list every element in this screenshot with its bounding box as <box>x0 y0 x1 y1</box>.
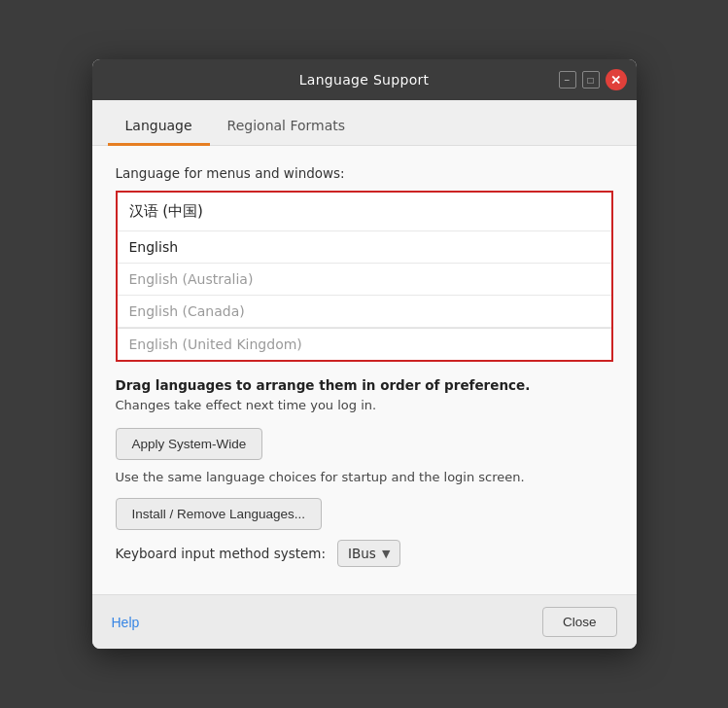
keyboard-method-dropdown[interactable]: IBus ▼ <box>337 540 400 567</box>
close-titlebar-button[interactable]: ✕ <box>606 69 627 90</box>
tab-language[interactable]: Language <box>108 108 210 146</box>
list-item[interactable]: English (Australia) <box>118 264 611 296</box>
footer: Help Close <box>92 594 637 649</box>
install-remove-languages-button[interactable]: Install / Remove Languages... <box>116 498 323 530</box>
maximize-button[interactable]: □ <box>582 71 600 88</box>
drag-hint: Drag languages to arrange them in order … <box>116 375 613 394</box>
list-item[interactable]: English <box>118 231 611 264</box>
drag-hint-bold: Drag languages to arrange them in order … <box>116 377 531 393</box>
tab-bar: Language Regional Formats <box>92 100 637 146</box>
close-button[interactable]: Close <box>542 607 617 637</box>
minimize-button[interactable]: − <box>559 71 576 88</box>
list-item[interactable]: English (Canada) <box>118 296 611 328</box>
language-support-window: Language Support − □ ✕ Language Regional… <box>92 59 637 649</box>
apply-system-wide-button[interactable]: Apply System-Wide <box>116 428 263 460</box>
list-item[interactable]: 汉语 (中国) <box>118 193 611 231</box>
keyboard-method-value: IBus <box>348 546 376 561</box>
main-content: Language for menus and windows: 汉语 (中国) … <box>92 146 637 594</box>
keyboard-label: Keyboard input method system: <box>116 546 327 561</box>
help-button[interactable]: Help <box>112 615 140 630</box>
content-area: Language Regional Formats Language for m… <box>92 100 637 594</box>
window-title: Language Support <box>299 72 430 88</box>
titlebar: Language Support − □ ✕ <box>92 59 637 100</box>
use-same-label: Use the same language choices for startu… <box>116 470 613 484</box>
list-item[interactable]: English (United Kingdom) <box>118 328 611 360</box>
keyboard-row: Keyboard input method system: IBus ▼ <box>116 540 613 567</box>
window-controls: − □ ✕ <box>559 69 627 90</box>
language-section-label: Language for menus and windows: <box>116 165 613 181</box>
tab-regional-formats[interactable]: Regional Formats <box>210 108 363 146</box>
drag-hint-sub: Changes take effect next time you log in… <box>116 398 613 412</box>
language-list: 汉语 (中国) English English (Australia) Engl… <box>116 191 613 362</box>
chevron-down-icon: ▼ <box>382 548 390 560</box>
